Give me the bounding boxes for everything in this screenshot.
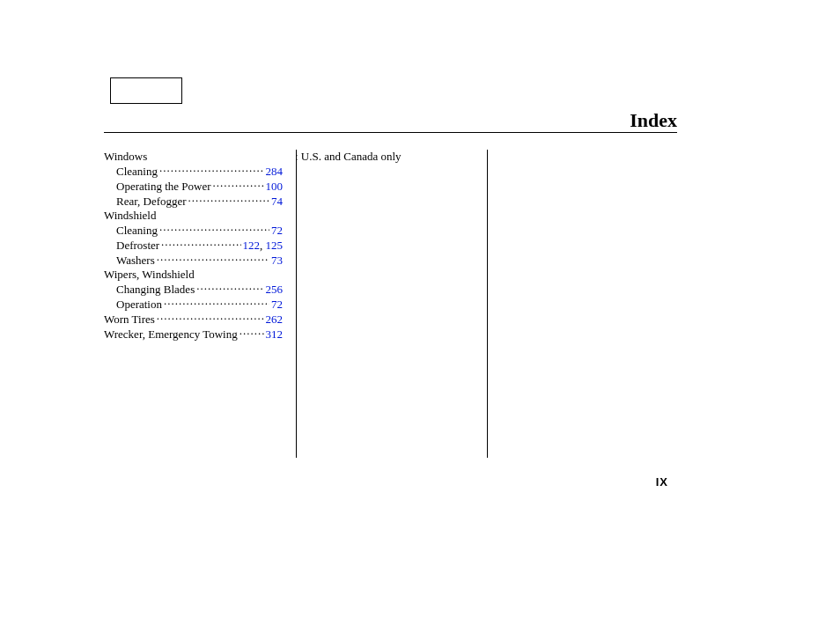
leader-dots [155,312,266,323]
leader-dots [162,297,271,308]
index-entry-label: Cleaning [116,165,158,179]
index-subentry: Defroster122, 125 [104,238,283,253]
index-heading: Windshield [104,209,283,223]
page: Index WindowsCleaning284Operating the Po… [0,0,840,625]
index-subentry: Rear, Defogger74 [104,194,283,209]
index-columns: WindowsCleaning284Operating the Power100… [104,150,677,342]
page-link[interactable]: 284 [266,165,284,178]
horizontal-rule [104,132,677,133]
index-entry-label: Operation [116,298,162,312]
page-link[interactable]: 72 [271,298,283,311]
page-link[interactable]: 312 [266,327,284,341]
index-entry-pages: 262 [266,312,284,327]
index-entry-label: Washers [116,254,155,268]
index-entry: Worn Tires262 [104,312,283,327]
page-link[interactable]: 73 [271,254,283,267]
index-entry-pages: 72 [271,224,283,238]
index-heading-label: Windows [104,150,147,164]
index-entry-pages: 73 [271,254,283,268]
leader-dots [158,223,271,234]
index-heading: Wipers, Windshield [104,268,283,282]
leader-dots [158,164,266,175]
leader-dots [159,238,242,249]
index-column-1: WindowsCleaning284Operating the Power100… [104,150,295,342]
index-entry-label: Operating the Power [116,180,211,194]
page-link[interactable]: 74 [271,195,283,208]
page-title: Index [630,109,677,132]
index-heading-label: Wipers, Windshield [104,268,195,282]
index-subentry: Cleaning72 [104,223,283,238]
index-entry-label: Changing Blades [116,283,195,297]
index-heading: Windows [104,150,283,164]
page-link[interactable]: 122 [243,239,261,252]
index-entry-pages: 312 [266,327,284,342]
leader-dots [195,282,265,293]
page-link[interactable]: 100 [266,180,284,193]
index-subentry: Changing Blades256 [104,282,283,297]
index-entry-pages: 284 [266,165,284,179]
index-entry: Wrecker, Emergency Towing312 [104,327,283,342]
page-link[interactable]: 72 [271,224,283,237]
index-entry-pages: 256 [266,283,284,297]
leader-dots [238,327,266,338]
index-column-3 [486,150,677,342]
index-column-2: : U.S. and Canada only [295,150,486,342]
index-entry-label: Wrecker, Emergency Towing [104,327,238,342]
page-number: IX [656,475,668,489]
header-placeholder-box [110,77,182,104]
leader-dots [187,194,271,205]
index-entry-pages: 122, 125 [243,239,284,253]
index-entry-label: Rear, Defogger [116,195,187,209]
index-entry-label: Cleaning [116,224,158,238]
index-entry-pages: 74 [271,195,283,209]
index-subentry: Operating the Power100 [104,179,283,194]
page-link[interactable]: 256 [266,283,284,296]
index-heading-label: Windshield [104,209,156,223]
index-subentry: Operation72 [104,297,283,312]
index-subentry: Washers73 [104,253,283,268]
leader-dots [155,253,271,264]
region-note: : U.S. and Canada only [295,150,474,164]
index-entry-label: Defroster [116,239,159,253]
leader-dots [211,179,266,190]
page-link[interactable]: 262 [266,312,284,326]
index-subentry: Cleaning284 [104,164,283,179]
page-link[interactable]: 125 [266,239,284,252]
index-entry-pages: 72 [271,298,283,312]
index-entry-pages: 100 [266,180,284,194]
index-entry-label: Worn Tires [104,312,155,327]
